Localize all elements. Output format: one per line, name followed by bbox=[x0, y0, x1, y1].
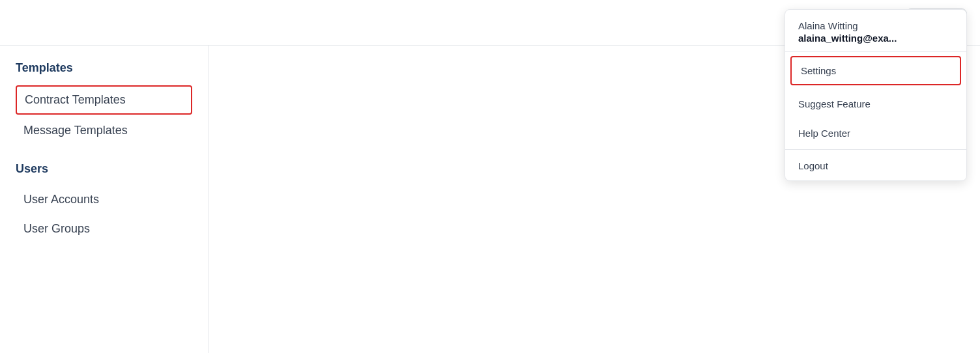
users-section: Users User Accounts User Groups bbox=[16, 162, 192, 242]
dropdown-header: Alaina Witting alaina_witting@exa... bbox=[785, 10, 966, 52]
dropdown-settings-item[interactable]: Settings bbox=[790, 56, 961, 85]
templates-section-title: Templates bbox=[16, 61, 192, 75]
contract-templates-item[interactable]: Contract Templates bbox=[16, 85, 192, 115]
dropdown-divider bbox=[785, 149, 966, 150]
dropdown-logout-item[interactable]: Logout bbox=[785, 151, 966, 180]
user-dropdown: Alaina Witting alaina_witting@exa... Set… bbox=[785, 9, 967, 181]
users-section-title: Users bbox=[16, 162, 192, 176]
dropdown-user-name: Alaina Witting bbox=[798, 20, 953, 31]
templates-section: Templates Contract Templates Message Tem… bbox=[16, 61, 192, 144]
dropdown-suggest-feature-item[interactable]: Suggest Feature bbox=[785, 89, 966, 119]
dropdown-help-center-item[interactable]: Help Center bbox=[785, 119, 966, 148]
user-accounts-item[interactable]: User Accounts bbox=[16, 186, 192, 213]
message-templates-item[interactable]: Message Templates bbox=[16, 117, 192, 144]
sidebar: Templates Contract Templates Message Tem… bbox=[0, 46, 209, 353]
user-groups-item[interactable]: User Groups bbox=[16, 216, 192, 242]
dropdown-user-email: alaina_witting@exa... bbox=[798, 33, 953, 44]
